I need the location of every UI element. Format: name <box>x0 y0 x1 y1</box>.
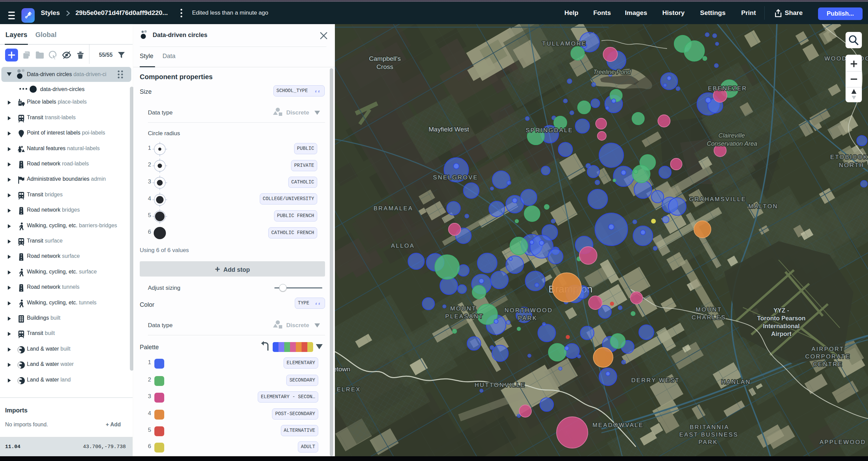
svg-text:ELREX: ELREX <box>337 386 361 393</box>
svg-text:YYZ -: YYZ - <box>773 307 789 314</box>
svg-text:MALTON: MALTON <box>748 203 778 210</box>
svg-text:GRAHAMSVILLE: GRAHAMSVILLE <box>689 196 746 202</box>
svg-text:Claireville: Claireville <box>718 132 745 139</box>
svg-text:AIRPORT: AIRPORT <box>812 346 844 352</box>
svg-text:PARK: PARK <box>698 439 718 445</box>
svg-text:SNELGROVE: SNELGROVE <box>433 174 478 181</box>
svg-text:EAST BUSINESS: EAST BUSINESS <box>679 431 738 438</box>
svg-text:SPRINGDALE: SPRINGDALE <box>526 127 573 134</box>
svg-text:NORTH: NORTH <box>839 162 864 169</box>
svg-text:APPLEWOOD: APPLEWOOD <box>820 439 866 445</box>
svg-text:PARK: PARK <box>518 315 537 321</box>
svg-text:Toronto Pearson: Toronto Pearson <box>757 315 806 322</box>
svg-text:etown: etown <box>335 366 350 373</box>
svg-text:Conservation Area: Conservation Area <box>707 140 757 147</box>
svg-text:BRAMALEA: BRAMALEA <box>374 205 413 212</box>
svg-text:MEADOWVALE: MEADOWVALE <box>593 422 644 428</box>
svg-text:Airport: Airport <box>771 331 792 337</box>
svg-text:Treeline Pond: Treeline Pond <box>593 69 631 75</box>
svg-text:Cross: Cross <box>376 63 393 70</box>
svg-text:CORPORATE: CORPORATE <box>805 353 850 360</box>
svg-text:Mayfield West: Mayfield West <box>429 126 470 133</box>
svg-text:TULLAMORE: TULLAMORE <box>542 40 587 47</box>
svg-text:CHARLES: CHARLES <box>692 314 726 321</box>
svg-text:International: International <box>763 323 800 330</box>
svg-text:NORTHWOOD: NORTHWOOD <box>505 307 553 314</box>
svg-text:MOUNT: MOUNT <box>450 305 476 312</box>
svg-text:Campbell's: Campbell's <box>369 55 401 62</box>
svg-text:CENTRE: CENTRE <box>813 361 843 368</box>
svg-text:BRITANNIA: BRITANNIA <box>690 424 729 430</box>
svg-text:HUTTONVILLE: HUTTONVILLE <box>475 382 526 388</box>
svg-text:HANLAN: HANLAN <box>721 379 751 385</box>
svg-text:PLEASANT: PLEASANT <box>445 313 484 320</box>
svg-text:DERRY WEST: DERRY WEST <box>631 377 680 384</box>
svg-text:ETOBICOKE: ETOBICOKE <box>830 154 868 160</box>
svg-text:ALLOA: ALLOA <box>391 243 415 249</box>
svg-text:EBENEZER: EBENEZER <box>708 85 747 92</box>
svg-text:MOUNT: MOUNT <box>696 306 722 313</box>
